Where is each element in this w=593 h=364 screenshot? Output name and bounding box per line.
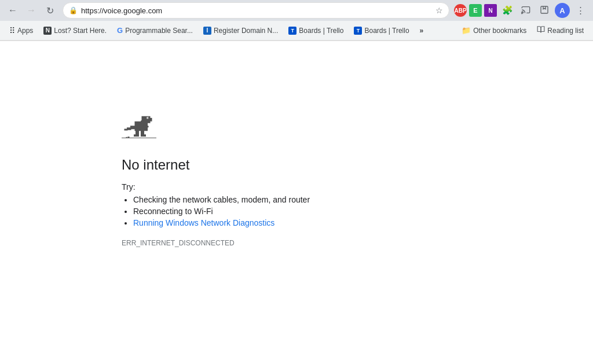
bookmark-programmable-label: Programmable Sear... [125, 27, 193, 35]
reading-list-icon [537, 25, 545, 35]
error-title: No internet [122, 157, 189, 173]
reading-list-label: Reading list [547, 27, 584, 35]
more-label: » [420, 27, 424, 35]
suggestion-wifi-text: Reconnecting to Wi-Fi [133, 207, 213, 216]
bookmarks-more-button[interactable]: » [415, 24, 429, 37]
svg-rect-15 [134, 134, 139, 137]
lock-icon: 🔒 [69, 6, 78, 14]
user-avatar[interactable]: A [555, 3, 570, 18]
bookmark-lost[interactable]: N Lost? Start Here. [39, 24, 111, 37]
adblock-icon[interactable]: ABP [454, 4, 467, 17]
register-favicon: I [203, 27, 211, 35]
bookmarks-bar: ⠿ Apps N Lost? Start Here. G Programmabl… [0, 21, 593, 41]
trello2-favicon: T [354, 27, 362, 35]
url-text: https://voice.google.com [81, 6, 432, 15]
abp-label: ABP [454, 8, 466, 14]
dino-illustration [122, 111, 156, 148]
google-favicon: G [117, 26, 123, 35]
menu-dots-icon: ⋮ [576, 5, 585, 16]
onenote-icon[interactable]: N [484, 4, 497, 17]
cast-icon [521, 5, 530, 16]
svg-rect-6 [148, 117, 149, 119]
bookmark-programmable[interactable]: G Programmable Sear... [112, 24, 197, 37]
error-code: ERR_INTERNET_DISCONNECTED [122, 239, 235, 247]
nav-buttons: ← → ↻ [5, 2, 58, 19]
browser-chrome: ← → ↻ 🔒 https://voice.google.com ☆ ABP E… [0, 0, 593, 41]
svg-rect-19 [128, 137, 130, 138]
save-icon [540, 5, 549, 16]
address-bar[interactable]: 🔒 https://voice.google.com ☆ [63, 2, 449, 19]
svg-rect-11 [125, 129, 128, 131]
forward-button[interactable]: → [23, 2, 39, 19]
svg-rect-7 [151, 119, 152, 120]
suggestion-cables: Checking the network cables, modem, and … [133, 195, 310, 204]
folder-icon: 📁 [462, 26, 471, 35]
bookmark-trello1[interactable]: T Boards | Trello [284, 24, 348, 37]
back-button[interactable]: ← [5, 2, 21, 19]
apps-grid-icon: ⠿ [9, 26, 15, 35]
dino-svg [122, 111, 156, 145]
evernote-icon[interactable]: E [469, 4, 482, 17]
save-to-chrome-button[interactable] [536, 2, 552, 19]
diagnostics-link[interactable]: Running Windows Network Diagnostics [133, 218, 274, 227]
suggestion-wifi: Reconnecting to Wi-Fi [133, 207, 310, 216]
bookmark-register[interactable]: I Register Domain N... [199, 24, 283, 37]
title-bar: ← → ↻ 🔒 https://voice.google.com ☆ ABP E… [0, 0, 593, 21]
suggestions-list: Checking the network cables, modem, and … [122, 195, 310, 230]
notion-favicon: N [43, 27, 52, 35]
reading-list-button[interactable]: Reading list [532, 23, 588, 38]
try-label: Try: [122, 182, 136, 192]
svg-rect-13 [146, 126, 149, 127]
toolbar-icons: ABP E N 🧩 [454, 2, 588, 19]
cast-button[interactable] [518, 2, 534, 19]
evernote-label: E [473, 7, 477, 14]
svg-rect-1 [541, 6, 548, 13]
reload-button[interactable]: ↻ [42, 2, 58, 19]
trello1-favicon: T [288, 27, 296, 35]
suggestion-cables-text: Checking the network cables, modem, and … [133, 195, 310, 204]
bookmark-lost-label: Lost? Start Here. [54, 27, 107, 35]
chrome-menu-button[interactable]: ⋮ [572, 2, 588, 19]
extensions-button[interactable]: 🧩 [499, 2, 515, 19]
other-bookmarks-label: Other bookmarks [473, 27, 526, 35]
bookmark-trello1-label: Boards | Trello [299, 27, 343, 35]
bookmark-register-label: Register Domain N... [214, 27, 278, 35]
svg-point-0 [521, 12, 523, 14]
bookmark-trello2[interactable]: T Boards | Trello [349, 24, 413, 37]
bookmark-apps[interactable]: ⠿ Apps [5, 24, 38, 38]
onenote-label: N [488, 8, 492, 14]
avatar-initial: A [559, 6, 565, 15]
page-content: No internet Try: Checking the network ca… [0, 41, 593, 364]
bookmark-star-icon[interactable]: ☆ [435, 6, 443, 15]
puzzle-icon: 🧩 [502, 5, 513, 16]
other-bookmarks-folder[interactable]: 📁 Other bookmarks [457, 24, 531, 37]
apps-label: Apps [17, 27, 33, 35]
svg-rect-17 [141, 134, 146, 137]
suggestion-diagnostics: Running Windows Network Diagnostics [133, 218, 310, 227]
bookmark-trello2-label: Boards | Trello [364, 27, 409, 35]
svg-rect-8 [141, 120, 144, 123]
svg-rect-20 [126, 137, 127, 138]
